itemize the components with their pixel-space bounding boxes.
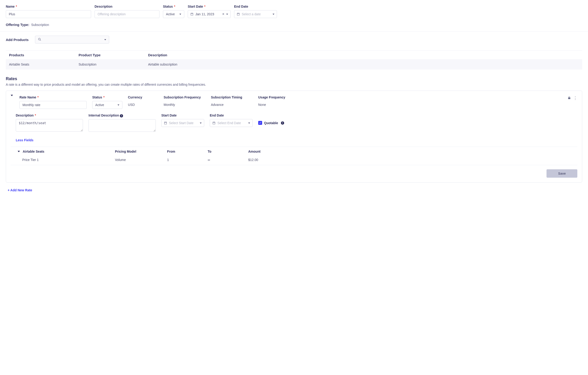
more-menu-icon[interactable]: ⋮ — [573, 96, 577, 100]
description-label: Description — [94, 5, 159, 8]
currency-label: Currency — [128, 95, 158, 99]
pricing-to-header: To — [208, 150, 248, 153]
rate-name-input[interactable] — [20, 101, 87, 109]
sub-freq-value: Monthly — [164, 101, 205, 107]
save-button[interactable]: Save — [546, 169, 577, 178]
sub-timing-label: Subscription Timing — [211, 95, 253, 99]
rate-status-label: Status * — [92, 95, 122, 99]
info-icon[interactable]: i — [120, 114, 123, 117]
chevron-down-icon — [179, 14, 181, 15]
price-tier-row: Price Tier 1 Volume 1 ∞ $12.00 — [11, 156, 577, 165]
quotable-label: Quotable — [264, 121, 278, 125]
product-name: Airtable Seats — [9, 62, 79, 66]
add-new-rate-link[interactable]: + Add New Rate — [8, 188, 582, 192]
name-label: Name * — [6, 5, 91, 8]
calendar-icon — [164, 121, 167, 125]
pricing-amount-header: Amount — [248, 150, 575, 153]
tier-amount: $12.00 — [248, 158, 575, 162]
pricing-from-header: From — [167, 150, 208, 153]
calendar-icon — [190, 12, 194, 16]
end-date-label: End Date — [234, 5, 277, 8]
clear-icon[interactable]: × — [222, 12, 224, 16]
tier-from: 1 — [167, 158, 208, 162]
end-date-input[interactable]: Select a date — [234, 10, 277, 18]
rate-end-date-placeholder: Select End Date — [217, 121, 246, 125]
svg-line-1 — [40, 40, 41, 41]
lock-icon[interactable] — [567, 96, 571, 100]
rate-end-date-input[interactable]: Select End Date — [210, 119, 253, 127]
rates-subtitle: A rate is a different way to price produ… — [6, 83, 582, 86]
info-icon[interactable]: i — [281, 121, 284, 125]
tier-name: Price Tier 1 — [22, 158, 115, 162]
offering-type-label: Offering Type: — [6, 23, 29, 27]
status-label: Status * — [163, 5, 184, 8]
rate-start-date-input[interactable]: Select Start Date — [161, 119, 204, 127]
usage-freq-value: None — [258, 101, 293, 107]
rate-status-value: Active — [95, 103, 104, 107]
rate-start-date-label: Start Date — [161, 113, 204, 117]
chevron-down-icon — [11, 95, 13, 100]
internal-desc-input[interactable] — [89, 119, 156, 132]
sub-freq-label: Subscription Frequency — [164, 95, 205, 99]
chevron-down-icon[interactable] — [18, 151, 20, 152]
pricing-product-name: Airtable Seats — [23, 150, 44, 153]
product-description: Airtable subscription — [148, 62, 579, 66]
start-date-label: Start Date * — [188, 5, 231, 8]
offering-type-value: Subscription — [31, 23, 49, 27]
tier-to: ∞ — [208, 158, 248, 162]
rate-start-date-placeholder: Select Start Date — [169, 121, 198, 125]
description-input[interactable] — [94, 10, 159, 18]
sub-timing-value: Advance — [211, 101, 253, 107]
products-header-products: Products — [9, 53, 79, 57]
chevron-down-icon — [117, 104, 119, 106]
add-products-label: Add Products — [6, 38, 29, 42]
calendar-icon — [212, 121, 216, 125]
internal-desc-label: Internal Descriptioni — [89, 113, 156, 117]
rate-card: Rate Name * Status * Active Currency USD… — [6, 91, 582, 182]
rates-title: Rates — [6, 76, 582, 81]
rate-status-select[interactable]: Active — [92, 101, 122, 109]
start-date-value: Jan 11, 2023 — [195, 12, 220, 16]
rate-name-label: Rate Name * — [20, 95, 87, 99]
product-type: Subscription — [79, 62, 148, 66]
chevron-down-icon — [200, 122, 202, 124]
less-fields-link[interactable]: Less Fields — [16, 138, 33, 142]
pricing-model-header: Pricing Model — [115, 150, 167, 153]
start-date-input[interactable]: Jan 11, 2023 × — [188, 10, 231, 18]
quotable-checkbox[interactable] — [258, 121, 262, 125]
currency-value: USD — [128, 101, 158, 107]
products-header-description: Description — [148, 53, 579, 57]
chevron-down-icon — [273, 14, 274, 15]
status-value: Active — [166, 12, 175, 16]
rate-description-label: Description * — [16, 113, 83, 117]
calendar-icon — [237, 12, 240, 16]
rate-end-date-label: End Date — [210, 113, 253, 117]
search-icon — [38, 38, 41, 42]
end-date-placeholder: Select a date — [242, 12, 271, 16]
usage-freq-label: Usage Frequency — [258, 95, 293, 99]
status-select[interactable]: Active — [163, 10, 184, 18]
chevron-down-icon — [248, 122, 250, 124]
chevron-down-icon — [104, 39, 106, 40]
svg-point-0 — [39, 38, 40, 40]
collapse-toggle[interactable] — [11, 96, 13, 100]
rate-description-input[interactable] — [16, 119, 83, 132]
products-header-type: Product Type — [79, 53, 148, 57]
chevron-down-icon — [226, 14, 228, 15]
tier-model: Volume — [115, 158, 167, 162]
product-row[interactable]: Airtable Seats Subscription Airtable sub… — [6, 59, 582, 70]
name-input[interactable] — [6, 10, 91, 18]
add-products-search[interactable] — [35, 36, 109, 43]
